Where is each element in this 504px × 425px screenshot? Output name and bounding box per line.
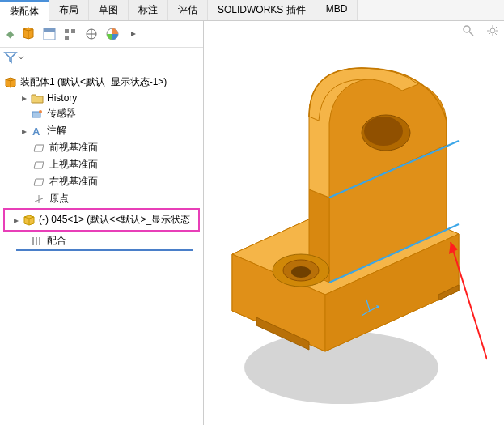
expand-icon[interactable]: ▸	[19, 126, 28, 135]
tab-sw-addins[interactable]: SOLIDWORKS 插件	[208, 0, 316, 20]
tab-mbd[interactable]: MBD	[316, 0, 358, 20]
ribbon-tabs: 装配体 布局 草图 标注 评估 SOLIDWORKS 插件 MBD	[0, 0, 504, 21]
tab-assembly[interactable]: 装配体	[0, 0, 49, 21]
plane-icon	[32, 159, 47, 171]
assembly-icon	[3, 76, 18, 89]
tree-right-plane-label: 右视基准面	[49, 175, 98, 189]
feature-manager-tab-icon[interactable]	[19, 24, 38, 44]
tree-annotations-label: 注解	[47, 124, 66, 138]
feature-manager-panel: ◆	[0, 21, 204, 425]
tree-history[interactable]: ▸ History	[2, 91, 201, 105]
tree-right-plane[interactable]: 右视基准面	[2, 173, 201, 190]
svg-line-18	[451, 242, 487, 359]
plane-icon	[32, 142, 47, 154]
expand-icon[interactable]: ▸	[11, 215, 20, 224]
tree-mates-label: 配合	[47, 234, 66, 248]
tab-annotate[interactable]: 标注	[129, 0, 168, 20]
graphics-viewport[interactable]	[204, 21, 504, 425]
display-manager-tab-icon[interactable]	[103, 24, 122, 44]
svg-point-8	[39, 110, 42, 113]
tree-origin[interactable]: 原点	[2, 190, 201, 207]
tree-sensors[interactable]: 传感器	[2, 105, 201, 122]
origin-icon	[32, 193, 47, 205]
tree-sensors-label: 传感器	[47, 107, 76, 121]
tree-front-plane-label: 前视基准面	[49, 141, 98, 155]
svg-point-14	[364, 117, 403, 146]
settings-icon[interactable]	[485, 23, 501, 39]
tab-evaluate[interactable]: 评估	[168, 0, 208, 20]
svg-rect-3	[71, 29, 75, 33]
tree-part[interactable]: ▸ (-) 045<1> (默认<<默认>_显示状态	[6, 211, 198, 228]
filter-row	[0, 48, 203, 70]
spacer	[19, 109, 28, 118]
svg-rect-1	[44, 28, 55, 32]
tree-highlighted-item: ▸ (-) 045<1> (默认<<默认>_显示状态	[3, 208, 200, 232]
tree-front-plane[interactable]: 前视基准面	[2, 139, 201, 156]
filter-icon[interactable]	[3, 51, 24, 64]
sensor-icon	[30, 108, 44, 120]
dimxpert-tab-icon[interactable]	[82, 24, 101, 44]
tab-sketch[interactable]: 草图	[89, 0, 129, 20]
plane-icon	[32, 176, 47, 188]
panel-more-icon[interactable]	[124, 24, 143, 44]
spacer	[19, 236, 28, 245]
tab-layout[interactable]: 布局	[49, 0, 89, 20]
tree-mates[interactable]: 配合	[2, 232, 201, 249]
svg-rect-2	[65, 29, 69, 33]
tree-history-label: History	[47, 92, 77, 104]
panel-separator: ◆	[3, 28, 17, 40]
svg-point-11	[490, 28, 495, 33]
tree-top-plane[interactable]: 上视基准面	[2, 156, 201, 173]
tree-root-assembly[interactable]: 装配体1 (默认<默认_显示状态-1>)	[2, 74, 201, 91]
tree-top-plane-label: 上视基准面	[49, 158, 98, 172]
property-manager-tab-icon[interactable]	[40, 24, 59, 44]
panel-toolbar: ◆	[0, 21, 203, 48]
annotation-icon: A	[30, 125, 44, 137]
tree-origin-label: 原点	[49, 192, 69, 206]
tree-divider	[16, 249, 193, 251]
history-folder-icon	[30, 92, 44, 104]
mates-icon	[30, 236, 44, 247]
tree-part-label: (-) 045<1> (默认<<默认>_显示状态	[39, 213, 190, 227]
svg-rect-4	[65, 36, 69, 40]
main-area: ◆	[0, 21, 504, 425]
tree-root-label: 装配体1 (默认<默认_显示状态-1>)	[20, 75, 167, 89]
configuration-manager-tab-icon[interactable]	[61, 24, 80, 44]
part-icon	[22, 214, 36, 227]
svg-text:A: A	[32, 125, 40, 137]
tree-annotations[interactable]: ▸ A 注解	[2, 122, 201, 139]
feature-tree: 装配体1 (默认<默认_显示状态-1>) ▸ History 传感器 ▸	[0, 70, 203, 253]
svg-point-17	[291, 266, 311, 278]
model-3d[interactable]	[204, 28, 487, 416]
expand-icon[interactable]: ▸	[19, 94, 28, 103]
